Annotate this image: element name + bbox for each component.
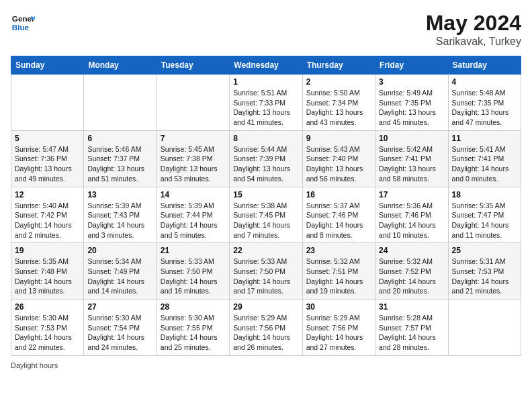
day-number: 17 (379, 190, 444, 199)
calendar-day-cell: 1Sunrise: 5:51 AM Sunset: 7:33 PM Daylig… (230, 75, 302, 131)
day-info: Sunrise: 5:29 AM Sunset: 7:56 PM Dayligh… (233, 313, 298, 353)
logo: General Blue (11, 11, 35, 35)
day-info: Sunrise: 5:30 AM Sunset: 7:54 PM Dayligh… (87, 313, 152, 353)
day-of-week-header: Thursday (302, 56, 375, 75)
day-info: Sunrise: 5:45 AM Sunset: 7:38 PM Dayligh… (161, 144, 226, 184)
day-info: Sunrise: 5:39 AM Sunset: 7:43 PM Dayligh… (87, 201, 152, 240)
calendar-day-cell: 24Sunrise: 5:32 AM Sunset: 7:52 PM Dayli… (375, 243, 448, 300)
calendar-day-cell: 17Sunrise: 5:36 AM Sunset: 7:46 PM Dayli… (375, 187, 448, 243)
calendar-day-cell: 29Sunrise: 5:29 AM Sunset: 7:56 PM Dayli… (230, 300, 302, 356)
calendar-day-cell: 5Sunrise: 5:47 AM Sunset: 7:36 PM Daylig… (11, 130, 84, 187)
day-info: Sunrise: 5:43 AM Sunset: 7:40 PM Dayligh… (306, 144, 371, 184)
calendar-day-cell: 30Sunrise: 5:29 AM Sunset: 7:56 PM Dayli… (302, 300, 375, 356)
day-number: 9 (306, 134, 371, 143)
calendar-day-cell: 15Sunrise: 5:38 AM Sunset: 7:45 PM Dayli… (230, 187, 302, 243)
day-info: Sunrise: 5:49 AM Sunset: 7:35 PM Dayligh… (379, 88, 444, 128)
day-info: Sunrise: 5:33 AM Sunset: 7:50 PM Dayligh… (233, 257, 298, 296)
day-info: Sunrise: 5:30 AM Sunset: 7:53 PM Dayligh… (15, 313, 80, 353)
day-of-week-header: Sunday (11, 56, 84, 75)
calendar-day-cell: 21Sunrise: 5:33 AM Sunset: 7:50 PM Dayli… (157, 243, 229, 300)
day-number: 7 (161, 134, 226, 143)
calendar-day-cell: 10Sunrise: 5:42 AM Sunset: 7:41 PM Dayli… (375, 130, 448, 187)
day-number: 6 (87, 134, 152, 143)
day-number: 21 (161, 246, 226, 255)
calendar-day-cell: 31Sunrise: 5:28 AM Sunset: 7:57 PM Dayli… (375, 300, 448, 356)
day-number: 19 (15, 246, 80, 255)
day-number: 31 (379, 302, 444, 312)
day-info: Sunrise: 5:46 AM Sunset: 7:37 PM Dayligh… (87, 144, 152, 184)
calendar-day-cell (84, 75, 157, 131)
calendar-day-cell (157, 75, 229, 131)
day-number: 5 (15, 134, 80, 143)
calendar-day-cell: 18Sunrise: 5:35 AM Sunset: 7:47 PM Dayli… (448, 187, 521, 243)
day-info: Sunrise: 5:28 AM Sunset: 7:57 PM Dayligh… (379, 313, 444, 353)
day-number: 15 (233, 190, 298, 199)
day-of-week-header: Friday (375, 56, 448, 75)
day-number: 22 (233, 246, 298, 255)
day-number: 30 (306, 302, 371, 312)
day-info: Sunrise: 5:50 AM Sunset: 7:34 PM Dayligh… (306, 88, 371, 128)
calendar-day-cell: 28Sunrise: 5:30 AM Sunset: 7:55 PM Dayli… (157, 300, 229, 356)
calendar-day-cell: 23Sunrise: 5:32 AM Sunset: 7:51 PM Dayli… (302, 243, 375, 300)
day-info: Sunrise: 5:40 AM Sunset: 7:42 PM Dayligh… (15, 201, 80, 240)
location-subtitle: Sarikavak, Turkey (426, 36, 521, 48)
day-number: 11 (452, 134, 517, 143)
footer: Daylight hours (11, 361, 521, 369)
calendar-day-cell: 9Sunrise: 5:43 AM Sunset: 7:40 PM Daylig… (302, 130, 375, 187)
calendar-day-cell: 2Sunrise: 5:50 AM Sunset: 7:34 PM Daylig… (302, 75, 375, 131)
month-year-title: May 2024 (426, 11, 521, 36)
calendar-table: SundayMondayTuesdayWednesdayThursdayFrid… (11, 56, 521, 356)
svg-text:Blue: Blue (12, 23, 30, 32)
day-number: 12 (15, 190, 80, 199)
calendar-day-cell: 16Sunrise: 5:37 AM Sunset: 7:46 PM Dayli… (302, 187, 375, 243)
day-of-week-header: Tuesday (157, 56, 229, 75)
calendar-day-cell: 25Sunrise: 5:31 AM Sunset: 7:53 PM Dayli… (448, 243, 521, 300)
day-number: 29 (233, 302, 298, 312)
day-info: Sunrise: 5:37 AM Sunset: 7:46 PM Dayligh… (306, 201, 371, 240)
day-number: 23 (306, 246, 371, 255)
calendar-day-cell: 4Sunrise: 5:48 AM Sunset: 7:35 PM Daylig… (448, 75, 521, 131)
calendar-header-row: SundayMondayTuesdayWednesdayThursdayFrid… (11, 56, 521, 75)
calendar-day-cell: 14Sunrise: 5:39 AM Sunset: 7:44 PM Dayli… (157, 187, 229, 243)
calendar-day-cell: 12Sunrise: 5:40 AM Sunset: 7:42 PM Dayli… (11, 187, 84, 243)
day-info: Sunrise: 5:33 AM Sunset: 7:50 PM Dayligh… (161, 257, 226, 296)
day-of-week-header: Monday (84, 56, 157, 75)
day-number: 24 (379, 246, 444, 255)
calendar-week-row: 26Sunrise: 5:30 AM Sunset: 7:53 PM Dayli… (11, 300, 521, 356)
day-number: 1 (233, 77, 298, 87)
day-info: Sunrise: 5:36 AM Sunset: 7:46 PM Dayligh… (379, 201, 444, 240)
day-info: Sunrise: 5:48 AM Sunset: 7:35 PM Dayligh… (452, 88, 517, 128)
calendar-day-cell: 3Sunrise: 5:49 AM Sunset: 7:35 PM Daylig… (375, 75, 448, 131)
day-number: 14 (161, 190, 226, 199)
day-of-week-header: Wednesday (230, 56, 302, 75)
calendar-day-cell: 22Sunrise: 5:33 AM Sunset: 7:50 PM Dayli… (230, 243, 302, 300)
day-info: Sunrise: 5:41 AM Sunset: 7:41 PM Dayligh… (452, 144, 517, 184)
day-number: 3 (379, 77, 444, 87)
logo-icon: General Blue (11, 11, 35, 35)
day-info: Sunrise: 5:35 AM Sunset: 7:47 PM Dayligh… (452, 201, 517, 240)
day-info: Sunrise: 5:44 AM Sunset: 7:39 PM Dayligh… (233, 144, 298, 184)
page-header: General Blue May 2024 Sarikavak, Turkey (11, 11, 521, 48)
day-of-week-header: Saturday (448, 56, 521, 75)
day-number: 28 (161, 302, 226, 312)
day-info: Sunrise: 5:32 AM Sunset: 7:52 PM Dayligh… (379, 257, 444, 296)
title-block: May 2024 Sarikavak, Turkey (426, 11, 521, 48)
day-number: 16 (306, 190, 371, 199)
calendar-week-row: 5Sunrise: 5:47 AM Sunset: 7:36 PM Daylig… (11, 130, 521, 187)
day-number: 27 (87, 302, 152, 312)
day-info: Sunrise: 5:34 AM Sunset: 7:49 PM Dayligh… (87, 257, 152, 296)
calendar-day-cell: 19Sunrise: 5:35 AM Sunset: 7:48 PM Dayli… (11, 243, 84, 300)
calendar-day-cell: 13Sunrise: 5:39 AM Sunset: 7:43 PM Dayli… (84, 187, 157, 243)
day-number: 25 (452, 246, 517, 255)
day-number: 20 (87, 246, 152, 255)
day-number: 8 (233, 134, 298, 143)
calendar-day-cell: 27Sunrise: 5:30 AM Sunset: 7:54 PM Dayli… (84, 300, 157, 356)
day-info: Sunrise: 5:35 AM Sunset: 7:48 PM Dayligh… (15, 257, 80, 296)
calendar-day-cell: 7Sunrise: 5:45 AM Sunset: 7:38 PM Daylig… (157, 130, 229, 187)
calendar-week-row: 12Sunrise: 5:40 AM Sunset: 7:42 PM Dayli… (11, 187, 521, 243)
day-info: Sunrise: 5:42 AM Sunset: 7:41 PM Dayligh… (379, 144, 444, 184)
day-info: Sunrise: 5:32 AM Sunset: 7:51 PM Dayligh… (306, 257, 371, 296)
day-number: 26 (15, 302, 80, 312)
day-number: 4 (452, 77, 517, 87)
day-info: Sunrise: 5:47 AM Sunset: 7:36 PM Dayligh… (15, 144, 80, 184)
